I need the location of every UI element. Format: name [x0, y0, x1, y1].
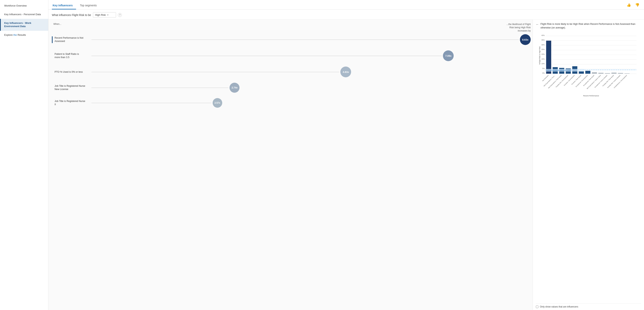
svg-text:Partially Met / Improv Needed: Partially Met / Improv Needed	[607, 75, 621, 88]
influencer-bubble-3: 4.83x	[340, 67, 351, 77]
chevron-down-icon: ▾	[107, 14, 108, 16]
svg-text:Not Assessed: Not Assessed	[542, 75, 549, 82]
sidebar-item-label-explore: Explore the Results	[4, 34, 26, 36]
influencer-label-3: PTO % Used is 0% or less	[52, 70, 90, 74]
influencer-bubble-4: 2.74x	[230, 83, 240, 93]
thumbs-down-button[interactable]: 👎	[634, 2, 640, 8]
svg-text:20%: 20%	[542, 53, 545, 55]
svg-rect-29	[611, 73, 616, 74]
back-arrow-icon[interactable]: ←	[536, 23, 539, 26]
tab-key-influencers[interactable]: Key influencers	[52, 2, 76, 10]
bar-chart-container: 40% 35% 30% 25% 20% 15% 10% 5% 0% %Fligh…	[536, 32, 641, 302]
tab-top-segments[interactable]: Top segments	[79, 2, 100, 10]
sidebar-item-key-influencers-personnel[interactable]: Key Influencers - Personnel Data	[0, 10, 48, 19]
svg-text:Exceeds / Accomplished: Exceeds / Accomplished	[564, 75, 575, 86]
svg-text:Met Expectations / Role Model: Met Expectations / Role Model	[548, 75, 562, 89]
sidebar-item-explore-results[interactable]: Explore the Results	[0, 31, 48, 39]
svg-text:30%: 30%	[542, 44, 545, 46]
main-content: Key influencers Top segments 👍 👎 What in…	[48, 0, 644, 310]
svg-text:15%: 15%	[542, 58, 545, 60]
chart-area: When... ...the likelihood of FlightRisk …	[48, 20, 644, 310]
thumbs-up-button[interactable]: 👍	[626, 2, 632, 8]
question-row: What influences Flight Risk to be High R…	[48, 10, 644, 20]
show-influencers-label[interactable]: Only show values that are influencers	[540, 305, 578, 308]
svg-text:Partially Met / Role Model: Partially Met / Role Model	[602, 75, 614, 87]
increases-header: ...the likelihood of FlightRisk being Hi…	[506, 23, 532, 32]
top-actions: 👍 👎	[626, 2, 640, 10]
svg-text:Unsatisfactory / Accomplished: Unsatisfactory / Accomplished	[614, 75, 627, 88]
svg-text:Met Expectations / Acco...: Met Expectations / Acco...	[543, 75, 556, 87]
sidebar-item-key-influencers-work[interactable]: Key Influencers - Work Environment Data	[0, 19, 48, 31]
detail-panel: ← Flight Risk is more likely to be High …	[532, 20, 644, 310]
influencer-label-2: Patient to Staff Ratio ismore than 3.5	[52, 53, 90, 59]
svg-text:Recent Performance: Recent Performance	[583, 95, 599, 97]
svg-text:40%: 40%	[542, 34, 545, 36]
influencer-row-4[interactable]: Job Title is Registered NurseNew License…	[52, 83, 532, 93]
svg-text:0%: 0%	[542, 72, 545, 74]
influencer-line-5	[92, 103, 212, 103]
detail-header: ← Flight Risk is more likely to be High …	[536, 22, 641, 30]
influencer-line-4	[92, 88, 228, 88]
influencer-row-1[interactable]: Recent Performance is NotAssessed 8.63x	[52, 34, 532, 45]
detail-footer: Only show values that are influencers	[536, 303, 641, 308]
svg-text:25%: 25%	[542, 49, 545, 50]
svg-rect-31	[624, 73, 630, 74]
svg-text:Partially Met / Accomplished: Partially Met / Accomplished	[556, 75, 568, 88]
svg-rect-19	[546, 41, 551, 74]
svg-text:Exceptional / Improv Needed: Exceptional / Improv Needed	[594, 75, 608, 88]
svg-text:Exceptional / Accomplished: Exceptional / Accomplished	[575, 75, 588, 87]
svg-text:Met Expectations / Improv Need: Met Expectations / Improv Need	[586, 75, 601, 89]
influencer-label-1: Recent Performance is NotAssessed	[52, 36, 90, 43]
svg-rect-28	[605, 73, 610, 74]
influencer-bubble-5: 2.57x	[212, 98, 222, 108]
influencer-row-2[interactable]: Patient to Staff Ratio ismore than 3.5 7…	[52, 50, 532, 61]
svg-text:5%: 5%	[542, 67, 545, 69]
svg-rect-24	[579, 71, 584, 73]
when-header: When...	[52, 23, 61, 32]
tab-bar: Key influencers Top segments	[52, 2, 103, 10]
sidebar: Workforce Overview Key Influencers - Per…	[0, 0, 48, 310]
svg-text:Average (excluding selected): : Average (excluding selected): 4.08%	[546, 69, 571, 71]
svg-text:10%: 10%	[542, 63, 545, 65]
question-label: What influences Flight Risk to be	[52, 14, 91, 17]
svg-text:%Flight Risk is High Risk: %Flight Risk is High Risk	[539, 46, 541, 64]
svg-text:35%: 35%	[542, 39, 545, 41]
detail-title: Flight Risk is more likely to be High Ri…	[540, 22, 641, 30]
help-icon[interactable]: ?	[118, 13, 122, 17]
influencers-panel: When... ...the likelihood of FlightRisk …	[48, 20, 532, 310]
influencer-row-5[interactable]: Job Title is Registered NurseII 2.57x	[52, 98, 532, 108]
influencer-bubble-2: 7.09x	[443, 50, 454, 61]
influencer-label-5: Job Title is Registered NurseII	[52, 100, 90, 106]
bar-chart: 40% 35% 30% 25% 20% 15% 10% 5% 0% %Fligh…	[536, 32, 641, 97]
svg-rect-30	[618, 73, 623, 74]
svg-text:Exceptional / Role Model: Exceptional / Role Model	[583, 75, 595, 86]
influencer-line-1	[92, 40, 519, 40]
top-bar: Key influencers Top segments 👍 👎	[48, 0, 644, 10]
influencer-row-3[interactable]: PTO % Used is 0% or less 4.83x	[52, 67, 532, 77]
influencer-bubble-1: 8.63x	[520, 34, 531, 45]
high-risk-dropdown[interactable]: High Risk ▾	[93, 12, 116, 18]
svg-rect-26	[592, 72, 597, 74]
sidebar-item-workforce-overview[interactable]: Workforce Overview	[0, 2, 48, 10]
column-headers: When... ...the likelihood of FlightRisk …	[52, 22, 532, 34]
svg-rect-27	[598, 73, 603, 74]
svg-rect-25	[585, 71, 590, 74]
show-influencers-checkbox[interactable]	[536, 305, 538, 308]
influencer-line-3	[92, 72, 339, 72]
influencer-label-4: Job Title is Registered NurseNew License	[52, 84, 90, 91]
